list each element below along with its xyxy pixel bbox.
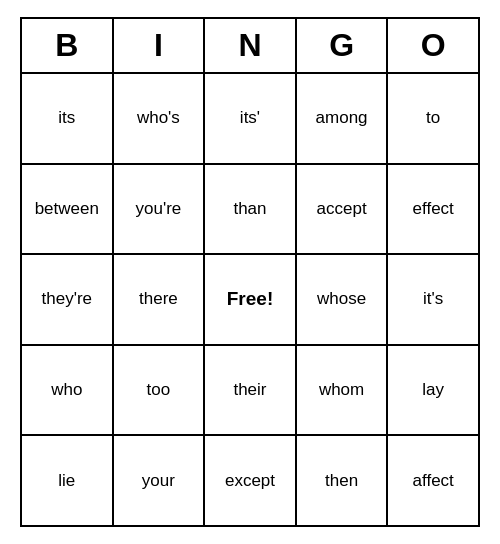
bingo-body: itswho'sits'amongtobetweenyou'rethanacce… [22,74,478,525]
bingo-cell-3-3: whom [297,346,389,435]
bingo-cell-1-0: between [22,165,114,254]
bingo-header: BINGO [22,19,478,74]
bingo-row: betweenyou'rethanaccepteffect [22,165,478,256]
bingo-cell-1-2: than [205,165,297,254]
bingo-cell-3-1: too [114,346,206,435]
bingo-row: itswho'sits'amongto [22,74,478,165]
bingo-cell-4-3: then [297,436,389,525]
bingo-cell-4-4: affect [388,436,478,525]
bingo-cell-3-4: lay [388,346,478,435]
bingo-cell-2-4: it's [388,255,478,344]
bingo-cell-3-0: who [22,346,114,435]
bingo-cell-4-2: except [205,436,297,525]
header-letter-o: O [388,19,478,72]
bingo-cell-2-3: whose [297,255,389,344]
bingo-card: BINGO itswho'sits'amongtobetweenyou'reth… [20,17,480,527]
bingo-cell-2-1: there [114,255,206,344]
header-letter-g: G [297,19,389,72]
bingo-cell-0-1: who's [114,74,206,163]
bingo-row: they'rethereFree!whoseit's [22,255,478,346]
bingo-row: lieyourexceptthenaffect [22,436,478,525]
header-letter-b: B [22,19,114,72]
header-letter-n: N [205,19,297,72]
bingo-cell-4-0: lie [22,436,114,525]
bingo-cell-2-0: they're [22,255,114,344]
bingo-cell-2-2: Free! [205,255,297,344]
bingo-cell-0-3: among [297,74,389,163]
bingo-cell-1-3: accept [297,165,389,254]
bingo-cell-1-1: you're [114,165,206,254]
bingo-cell-0-0: its [22,74,114,163]
bingo-cell-4-1: your [114,436,206,525]
bingo-row: whotootheirwhomlay [22,346,478,437]
bingo-cell-1-4: effect [388,165,478,254]
bingo-cell-0-4: to [388,74,478,163]
bingo-cell-3-2: their [205,346,297,435]
header-letter-i: I [114,19,206,72]
bingo-cell-0-2: its' [205,74,297,163]
